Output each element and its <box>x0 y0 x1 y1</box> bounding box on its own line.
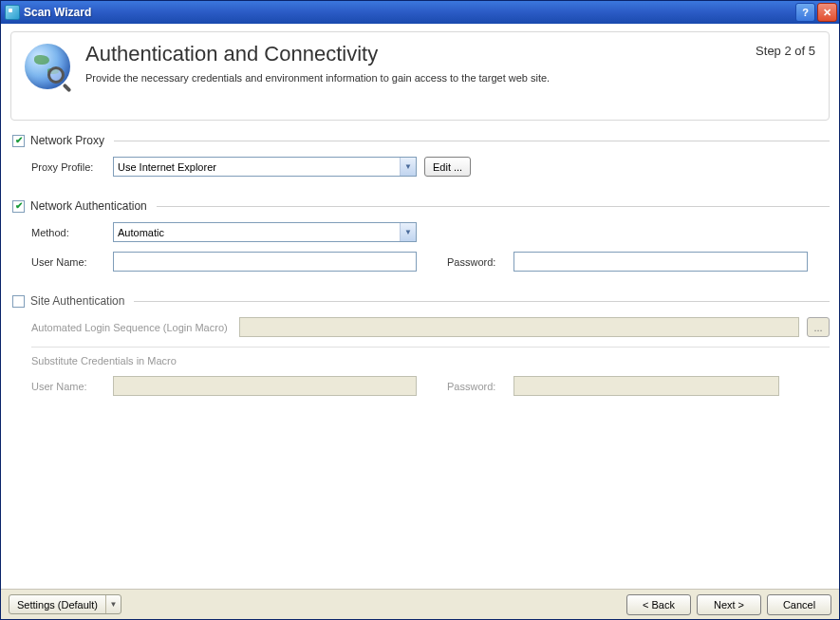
scan-wizard-window: Scan Wizard ? ✕ Authentication and Conne… <box>0 0 840 620</box>
help-button[interactable]: ? <box>795 3 815 22</box>
method-label: Method: <box>31 227 105 238</box>
browse-macro-button[interactable]: ... <box>807 317 830 337</box>
login-macro-label: Automated Login Sequence (Login Macro) <box>31 322 228 333</box>
divider <box>134 301 830 302</box>
network-auth-section: Network Authentication Method: Automatic… <box>12 197 830 283</box>
login-macro-input <box>239 317 799 337</box>
titlebar: Scan Wizard ? ✕ <box>1 1 839 24</box>
chevron-down-icon: ▼ <box>105 595 121 613</box>
divider <box>157 206 830 207</box>
network-proxy-checkbox[interactable] <box>12 135 25 147</box>
window-title: Scan Wizard <box>24 6 793 19</box>
divider <box>114 141 830 141</box>
site-password-label: Password: <box>447 381 506 392</box>
username-label: User Name: <box>31 256 105 268</box>
cancel-button[interactable]: Cancel <box>767 594 831 615</box>
proxy-profile-value: Use Internet Explorer <box>118 161 400 173</box>
next-button[interactable]: Next > <box>697 594 761 615</box>
edit-proxy-button[interactable]: Edit ... <box>424 157 471 177</box>
site-password-input <box>513 376 779 396</box>
step-indicator: Step 2 of 5 <box>756 44 815 58</box>
chevron-down-icon: ▼ <box>400 158 416 176</box>
network-proxy-title: Network Proxy <box>30 134 104 147</box>
divider <box>31 347 830 348</box>
proxy-profile-label: Proxy Profile: <box>31 161 105 173</box>
site-username-label: User Name: <box>31 381 105 392</box>
proxy-profile-select[interactable]: Use Internet Explorer ▼ <box>113 157 417 177</box>
site-auth-checkbox[interactable] <box>12 295 25 308</box>
site-username-input <box>113 376 417 396</box>
network-proxy-section: Network Proxy Proxy Profile: Use Interne… <box>12 132 830 188</box>
password-input[interactable] <box>513 252 808 272</box>
header-text: Authentication and Connectivity Provide … <box>85 42 550 84</box>
network-auth-checkbox[interactable] <box>12 200 25 213</box>
network-auth-title: Network Authentication <box>30 199 147 213</box>
content-area: Authentication and Connectivity Provide … <box>1 24 839 589</box>
page-title: Authentication and Connectivity <box>85 42 550 66</box>
page-header: Authentication and Connectivity Provide … <box>10 31 830 121</box>
page-subtitle: Provide the necessary credentials and en… <box>85 72 550 84</box>
back-button[interactable]: < Back <box>626 594 691 615</box>
close-button[interactable]: ✕ <box>817 3 837 22</box>
site-auth-section: Site Authentication Automated Login Sequ… <box>12 292 830 407</box>
chevron-down-icon: ▼ <box>400 223 416 241</box>
method-value: Automatic <box>118 227 400 238</box>
password-label: Password: <box>447 256 506 268</box>
settings-label: Settings (Default) <box>9 595 105 613</box>
username-input[interactable] <box>113 252 417 272</box>
substitute-creds-label: Substitute Credentials in Macro <box>31 355 830 366</box>
method-select[interactable]: Automatic ▼ <box>113 222 417 242</box>
site-auth-title: Site Authentication <box>30 294 124 308</box>
app-icon <box>5 5 20 20</box>
footer: Settings (Default) ▼ < Back Next > Cance… <box>1 589 839 619</box>
globe-magnifier-icon <box>23 42 74 93</box>
settings-dropdown[interactable]: Settings (Default) ▼ <box>9 594 121 614</box>
